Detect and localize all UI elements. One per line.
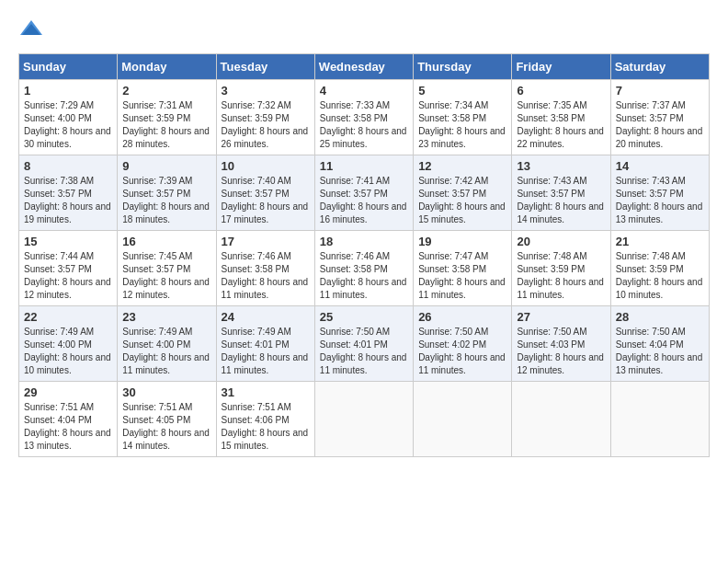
calendar-cell: 2Sunrise: 7:31 AMSunset: 3:59 PMDaylight… xyxy=(118,80,216,155)
day-number: 13 xyxy=(517,159,605,173)
day-number: 16 xyxy=(122,235,210,248)
day-info: Sunrise: 7:39 AMSunset: 3:57 PMDaylight:… xyxy=(122,175,210,226)
calendar-cell: 4Sunrise: 7:33 AMSunset: 3:58 PMDaylight… xyxy=(314,80,413,155)
day-number: 7 xyxy=(616,84,704,98)
calendar-cell: 8Sunrise: 7:38 AMSunset: 3:57 PMDaylight… xyxy=(19,155,118,231)
day-number: 12 xyxy=(418,159,506,173)
logo-icon xyxy=(18,18,44,39)
day-info: Sunrise: 7:40 AMSunset: 3:57 PMDaylight:… xyxy=(222,175,310,226)
weekday-header-row: SundayMondayTuesdayWednesdayThursdayFrid… xyxy=(19,54,710,80)
calendar-cell: 22Sunrise: 7:49 AMSunset: 4:00 PMDayligh… xyxy=(19,306,118,382)
calendar-cell: 13Sunrise: 7:43 AMSunset: 3:57 PMDayligh… xyxy=(512,155,610,231)
day-number: 25 xyxy=(320,310,408,324)
calendar-cell: 5Sunrise: 7:34 AMSunset: 3:58 PMDaylight… xyxy=(414,80,512,155)
day-number: 17 xyxy=(222,235,310,248)
calendar-cell xyxy=(414,382,512,457)
day-number: 31 xyxy=(222,385,310,399)
weekday-header-friday: Friday xyxy=(512,54,610,80)
day-info: Sunrise: 7:42 AMSunset: 3:57 PMDaylight:… xyxy=(418,175,506,226)
calendar-cell: 15Sunrise: 7:44 AMSunset: 3:57 PMDayligh… xyxy=(19,231,118,306)
day-info: Sunrise: 7:37 AMSunset: 3:57 PMDaylight:… xyxy=(616,99,704,151)
day-number: 15 xyxy=(24,235,112,248)
calendar-cell: 19Sunrise: 7:47 AMSunset: 3:58 PMDayligh… xyxy=(414,231,512,306)
calendar-cell xyxy=(512,382,610,457)
day-number: 22 xyxy=(24,310,112,324)
day-number: 18 xyxy=(320,235,408,248)
day-number: 14 xyxy=(616,159,704,173)
calendar-cell: 16Sunrise: 7:45 AMSunset: 3:57 PMDayligh… xyxy=(118,231,216,306)
day-info: Sunrise: 7:43 AMSunset: 3:57 PMDaylight:… xyxy=(616,175,704,226)
day-number: 27 xyxy=(517,310,605,324)
calendar-cell: 25Sunrise: 7:50 AMSunset: 4:01 PMDayligh… xyxy=(314,306,413,382)
day-info: Sunrise: 7:48 AMSunset: 3:59 PMDaylight:… xyxy=(517,250,605,302)
week-row-4: 22Sunrise: 7:49 AMSunset: 4:00 PMDayligh… xyxy=(19,306,710,382)
day-number: 6 xyxy=(517,84,605,98)
calendar-cell: 6Sunrise: 7:35 AMSunset: 3:58 PMDaylight… xyxy=(512,80,610,155)
calendar-cell xyxy=(314,382,413,457)
day-number: 11 xyxy=(320,159,408,173)
day-info: Sunrise: 7:47 AMSunset: 3:58 PMDaylight:… xyxy=(418,250,506,302)
weekday-header-monday: Monday xyxy=(118,54,216,80)
calendar-cell: 12Sunrise: 7:42 AMSunset: 3:57 PMDayligh… xyxy=(414,155,512,231)
day-number: 3 xyxy=(222,84,310,98)
calendar-cell: 14Sunrise: 7:43 AMSunset: 3:57 PMDayligh… xyxy=(610,155,709,231)
day-number: 1 xyxy=(24,84,112,98)
calendar-cell: 18Sunrise: 7:46 AMSunset: 3:58 PMDayligh… xyxy=(314,231,413,306)
calendar-cell: 11Sunrise: 7:41 AMSunset: 3:57 PMDayligh… xyxy=(314,155,413,231)
week-row-3: 15Sunrise: 7:44 AMSunset: 3:57 PMDayligh… xyxy=(19,231,710,306)
day-info: Sunrise: 7:35 AMSunset: 3:58 PMDaylight:… xyxy=(517,99,605,151)
day-info: Sunrise: 7:49 AMSunset: 4:00 PMDaylight:… xyxy=(122,326,210,377)
calendar-cell: 9Sunrise: 7:39 AMSunset: 3:57 PMDaylight… xyxy=(118,155,216,231)
calendar-cell: 28Sunrise: 7:50 AMSunset: 4:04 PMDayligh… xyxy=(610,306,709,382)
day-info: Sunrise: 7:33 AMSunset: 3:58 PMDaylight:… xyxy=(320,99,408,151)
day-info: Sunrise: 7:51 AMSunset: 4:06 PMDaylight:… xyxy=(222,401,310,453)
week-row-2: 8Sunrise: 7:38 AMSunset: 3:57 PMDaylight… xyxy=(19,155,710,231)
calendar-body: 1Sunrise: 7:29 AMSunset: 4:00 PMDaylight… xyxy=(19,80,710,457)
day-info: Sunrise: 7:45 AMSunset: 3:57 PMDaylight:… xyxy=(122,250,210,302)
day-number: 24 xyxy=(222,310,310,324)
day-info: Sunrise: 7:50 AMSunset: 4:04 PMDaylight:… xyxy=(616,326,704,377)
day-info: Sunrise: 7:50 AMSunset: 4:01 PMDaylight:… xyxy=(320,326,408,377)
calendar-cell: 1Sunrise: 7:29 AMSunset: 4:00 PMDaylight… xyxy=(19,80,118,155)
weekday-header-thursday: Thursday xyxy=(414,54,512,80)
calendar-cell: 23Sunrise: 7:49 AMSunset: 4:00 PMDayligh… xyxy=(118,306,216,382)
calendar-cell xyxy=(610,382,709,457)
day-info: Sunrise: 7:44 AMSunset: 3:57 PMDaylight:… xyxy=(24,250,112,302)
day-info: Sunrise: 7:49 AMSunset: 4:01 PMDaylight:… xyxy=(222,326,310,377)
calendar-cell: 29Sunrise: 7:51 AMSunset: 4:04 PMDayligh… xyxy=(19,382,118,457)
week-row-1: 1Sunrise: 7:29 AMSunset: 4:00 PMDaylight… xyxy=(19,80,710,155)
weekday-header-saturday: Saturday xyxy=(610,54,709,80)
day-info: Sunrise: 7:43 AMSunset: 3:57 PMDaylight:… xyxy=(517,175,605,226)
calendar-cell: 10Sunrise: 7:40 AMSunset: 3:57 PMDayligh… xyxy=(216,155,314,231)
day-info: Sunrise: 7:46 AMSunset: 3:58 PMDaylight:… xyxy=(222,250,310,302)
day-info: Sunrise: 7:29 AMSunset: 4:00 PMDaylight:… xyxy=(24,99,112,151)
day-number: 21 xyxy=(616,235,704,248)
calendar-cell: 30Sunrise: 7:51 AMSunset: 4:05 PMDayligh… xyxy=(118,382,216,457)
weekday-header-tuesday: Tuesday xyxy=(216,54,314,80)
calendar-cell: 7Sunrise: 7:37 AMSunset: 3:57 PMDaylight… xyxy=(610,80,709,155)
day-info: Sunrise: 7:34 AMSunset: 3:58 PMDaylight:… xyxy=(418,99,506,151)
day-info: Sunrise: 7:49 AMSunset: 4:00 PMDaylight:… xyxy=(24,326,112,377)
day-number: 26 xyxy=(418,310,506,324)
day-number: 10 xyxy=(222,159,310,173)
day-info: Sunrise: 7:48 AMSunset: 3:59 PMDaylight:… xyxy=(616,250,704,302)
day-number: 20 xyxy=(517,235,605,248)
week-row-5: 29Sunrise: 7:51 AMSunset: 4:04 PMDayligh… xyxy=(19,382,710,457)
day-number: 5 xyxy=(418,84,506,98)
day-info: Sunrise: 7:46 AMSunset: 3:58 PMDaylight:… xyxy=(320,250,408,302)
day-number: 2 xyxy=(122,84,210,98)
day-info: Sunrise: 7:50 AMSunset: 4:03 PMDaylight:… xyxy=(517,326,605,377)
calendar-cell: 21Sunrise: 7:48 AMSunset: 3:59 PMDayligh… xyxy=(610,231,709,306)
day-info: Sunrise: 7:38 AMSunset: 3:57 PMDaylight:… xyxy=(24,175,112,226)
weekday-header-sunday: Sunday xyxy=(19,54,118,80)
day-number: 28 xyxy=(616,310,704,324)
day-info: Sunrise: 7:50 AMSunset: 4:02 PMDaylight:… xyxy=(418,326,506,377)
calendar-cell: 24Sunrise: 7:49 AMSunset: 4:01 PMDayligh… xyxy=(216,306,314,382)
day-number: 9 xyxy=(122,159,210,173)
day-info: Sunrise: 7:41 AMSunset: 3:57 PMDaylight:… xyxy=(320,175,408,226)
weekday-header-wednesday: Wednesday xyxy=(314,54,413,80)
day-info: Sunrise: 7:31 AMSunset: 3:59 PMDaylight:… xyxy=(122,99,210,151)
day-info: Sunrise: 7:32 AMSunset: 3:59 PMDaylight:… xyxy=(222,99,310,151)
day-info: Sunrise: 7:51 AMSunset: 4:05 PMDaylight:… xyxy=(122,401,210,453)
calendar-cell: 3Sunrise: 7:32 AMSunset: 3:59 PMDaylight… xyxy=(216,80,314,155)
